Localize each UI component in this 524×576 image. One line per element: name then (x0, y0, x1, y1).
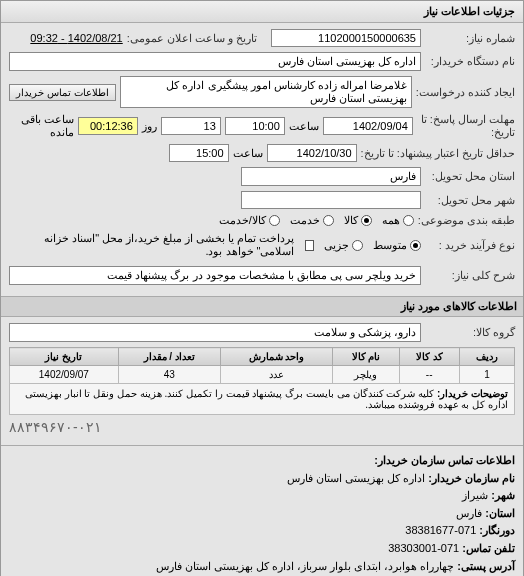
purchase-type-label: نوع فرآیند خرید : (425, 239, 515, 252)
note-label: توضیحات خریدار: (437, 388, 508, 399)
form-section: شماره نیاز: 1102000150000635 تاریخ و ساع… (1, 23, 523, 296)
desc-field: خرید ویلچر سی پی مطابق با مشخصات موجود د… (9, 266, 421, 285)
contact-section: اطلاعات تماس سازمان خریدار: نام سازمان خ… (1, 445, 523, 576)
category-radio-group: همه کالا خدمت کالا/خدمت (219, 214, 414, 227)
city-label: شهر محل تحویل: (425, 194, 515, 207)
radio-minor[interactable] (352, 240, 363, 251)
deadline-time-label: ساعت (289, 120, 319, 133)
desc-label: شرح کلی نیاز: (425, 269, 515, 282)
th-row[interactable]: ردیف (459, 348, 514, 366)
group-label: گروه کالا: (425, 326, 515, 339)
radio-service[interactable] (323, 215, 334, 226)
th-code[interactable]: کد کالا (399, 348, 459, 366)
category-label: طبقه بندی موضوعی: (418, 214, 515, 227)
th-date[interactable]: تاریخ نیاز (10, 348, 119, 366)
remain-time: 00:12:36 (78, 117, 138, 135)
delivery-time[interactable]: 15:00 (169, 144, 229, 162)
delivery-label: حداقل تاریخ اعتبار پیشنهاد: تا تاریخ: (361, 147, 515, 160)
buyer-org-field: اداره کل بهزیستی استان فارس (9, 52, 421, 71)
main-panel: جزئیات اطلاعات نیاز شماره نیاز: 11020001… (0, 0, 524, 576)
note-text: کلیه شرکت کنندگان می بایست برگ پیشنهاد ق… (25, 388, 508, 410)
goods-title: اطلاعات کالاهای مورد نیاز (1, 296, 523, 317)
pubdate-label: تاریخ و ساعت اعلان عمومی: (127, 32, 257, 45)
goods-table: ردیف کد کالا نام کالا واحد شمارش تعداد /… (9, 347, 515, 415)
radio-medium[interactable] (410, 240, 421, 251)
contact-title: اطلاعات تماس سازمان خریدار: (374, 454, 515, 466)
deadline-date[interactable]: 1402/09/04 (323, 117, 413, 135)
table-row[interactable]: 1 -- ویلچر عدد 43 1402/09/07 (10, 366, 515, 384)
radio-all[interactable] (403, 215, 414, 226)
purchase-radio-group: متوسط جزیی پرداخت تمام یا بخشی از مبلغ خ… (9, 232, 421, 258)
province-field[interactable]: فارس (241, 167, 421, 186)
province-label: استان محل تحویل: (425, 170, 515, 183)
deadline-time[interactable]: 10:00 (225, 117, 285, 135)
th-name[interactable]: نام کالا (333, 348, 399, 366)
pubdate-value: 1402/08/21 - 09:32 (30, 32, 122, 44)
payment-note: پرداخت تمام یا بخشی از مبلغ خرید،از محل … (9, 232, 295, 258)
delivery-date[interactable]: 1402/10/30 (267, 144, 357, 162)
deadline-label: مهلت ارسال پاسخ: تا تاریخ: (417, 113, 515, 139)
remain-label: ساعت باقی مانده (9, 113, 74, 139)
days-field: 13 (161, 117, 221, 135)
buyer-org-label: نام دستگاه خریدار: (425, 55, 515, 68)
th-unit[interactable]: واحد شمارش (220, 348, 333, 366)
th-qty[interactable]: تعداد / مقدار (118, 348, 220, 366)
city-field[interactable] (241, 191, 421, 209)
footer-phone: ۸۸۳۴۹۶۷۰-۰۲۱ (9, 415, 515, 439)
contact-button[interactable]: اطلاعات تماس خریدار (9, 84, 116, 101)
reqno-field: 1102000150000635 (271, 29, 421, 47)
panel-title: جزئیات اطلاعات نیاز (1, 1, 523, 23)
payment-checkbox[interactable] (305, 240, 315, 251)
reqno-label: شماره نیاز: (425, 32, 515, 45)
radio-goodservice[interactable] (269, 215, 280, 226)
delivery-time-label: ساعت (233, 147, 263, 160)
days-label: روز (142, 120, 157, 133)
group-field: دارو، پزشکی و سلامت (9, 323, 421, 342)
creator-label: ایجاد کننده درخواست: (416, 86, 515, 99)
creator-field: غلامرضا امراله زاده کارشناس امور پیشگیری… (120, 76, 412, 108)
note-row: توضیحات خریدار: کلیه شرکت کنندگان می بای… (10, 384, 515, 415)
radio-goods[interactable] (361, 215, 372, 226)
